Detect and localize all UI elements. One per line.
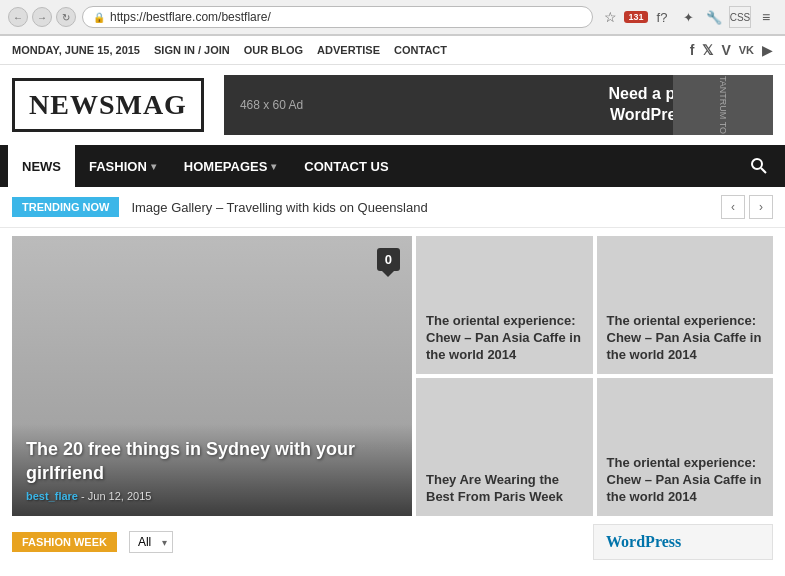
featured-separator: - — [81, 490, 88, 502]
side-card-title-1: The oriental experience: Chew – Pan Asia… — [426, 313, 583, 364]
browser-action-buttons: ☆ 131 f? ✦ 🔧 CSS ≡ — [599, 6, 777, 28]
ssl-icon: 🔒 — [93, 12, 105, 23]
vimeo-icon[interactable]: V — [721, 42, 730, 58]
main-content-grid: 0 The 20 free things in Sydney with your… — [12, 236, 773, 516]
trending-text: Image Gallery – Travelling with kids on … — [131, 200, 709, 215]
top-bar: MONDAY, JUNE 15, 2015 SIGN IN / JOIN OUR… — [0, 36, 785, 65]
content-area: 0 The 20 free things in Sydney with your… — [0, 228, 785, 568]
trending-prev-button[interactable]: ‹ — [721, 195, 745, 219]
filter-container: All ▾ — [129, 531, 173, 553]
side-card-4[interactable]: The oriental experience: Chew – Pan Asia… — [597, 378, 774, 516]
ext-icon-5[interactable]: CSS — [729, 6, 751, 28]
side-card-3[interactable]: They Are Wearing the Best From Paris Wee… — [416, 378, 593, 516]
ad-size-label: 468 x 60 Ad — [240, 98, 303, 112]
bookmark-button[interactable]: ☆ — [599, 6, 621, 28]
wordpress-label: WordPress — [606, 533, 681, 550]
ad-tag: TANTRUM TO — [718, 76, 728, 134]
menu-button[interactable]: ≡ — [755, 6, 777, 28]
ext-icon-1[interactable]: 131 — [625, 6, 647, 28]
ext-icon-3[interactable]: ✦ — [677, 6, 699, 28]
featured-author: best_flare — [26, 490, 78, 502]
nav-arrow-fashion: ▾ — [151, 161, 156, 172]
side-card-title-3: They Are Wearing the Best From Paris Wee… — [426, 472, 583, 506]
logo-text: NEWSMAG — [29, 89, 187, 121]
youtube-icon[interactable]: ▶ — [762, 42, 773, 58]
featured-title: The 20 free things in Sydney with your g… — [26, 438, 398, 485]
nav-label-news: NEWS — [22, 159, 61, 174]
signin-link[interactable]: SIGN IN / JOIN — [154, 44, 230, 56]
twitter-icon[interactable]: 𝕏 — [702, 42, 713, 58]
address-bar[interactable]: 🔒 https://bestflare.com/bestflare/ — [82, 6, 593, 28]
site-header: NEWSMAG 468 x 60 Ad Need a proffesional … — [0, 65, 785, 145]
vk-icon[interactable]: VK — [739, 44, 754, 56]
browser-nav-buttons: ← → ↻ — [8, 7, 76, 27]
blog-link[interactable]: OUR BLOG — [244, 44, 303, 56]
trending-next-button[interactable]: › — [749, 195, 773, 219]
search-button[interactable] — [741, 148, 777, 184]
featured-meta: best_flare - Jun 12, 2015 — [26, 490, 398, 502]
filter-select-wrapper: All ▾ — [129, 531, 173, 553]
facebook-icon[interactable]: f — [690, 42, 695, 58]
bottom-row: FASHION WEEK All ▾ WordPress — [12, 524, 773, 560]
ext-icon-2[interactable]: f? — [651, 6, 673, 28]
nav-arrow-homepages: ▾ — [271, 161, 276, 172]
comment-count-badge: 0 — [377, 248, 400, 271]
trending-badge: TRENDING NOW — [12, 197, 119, 217]
featured-article[interactable]: 0 The 20 free things in Sydney with your… — [12, 236, 412, 516]
featured-date: Jun 12, 2015 — [88, 490, 152, 502]
nav-item-fashion[interactable]: FASHION ▾ — [75, 145, 170, 187]
wordpress-widget: WordPress — [593, 524, 773, 560]
svg-point-0 — [752, 159, 762, 169]
contact-link[interactable]: CONTACT — [394, 44, 447, 56]
browser-window: ← → ↻ 🔒 https://bestflare.com/bestflare/… — [0, 0, 785, 36]
url-text: https://bestflare.com/bestflare/ — [110, 10, 271, 24]
filter-select[interactable]: All — [129, 531, 173, 553]
header-ad-banner[interactable]: 468 x 60 Ad Need a proffesional WordPres… — [224, 75, 773, 135]
featured-article-text: The 20 free things in Sydney with your g… — [12, 424, 412, 516]
date-label: MONDAY, JUNE 15, 2015 — [12, 44, 140, 56]
advertise-link[interactable]: ADVERTISE — [317, 44, 380, 56]
search-icon — [751, 158, 767, 174]
top-bar-left: MONDAY, JUNE 15, 2015 SIGN IN / JOIN OUR… — [12, 44, 447, 56]
nav-label-fashion: FASHION — [89, 159, 147, 174]
side-card-title-2: The oriental experience: Chew – Pan Asia… — [607, 313, 764, 364]
refresh-button[interactable]: ↻ — [56, 7, 76, 27]
site-logo[interactable]: NEWSMAG — [12, 78, 204, 132]
back-button[interactable]: ← — [8, 7, 28, 27]
ad-image: TANTRUM TO — [673, 75, 773, 135]
main-navigation: NEWS FASHION ▾ HOMEPAGES ▾ CONTACT US — [0, 145, 785, 187]
nav-item-news[interactable]: NEWS — [8, 145, 75, 187]
nav-item-contact-us[interactable]: CONTACT US — [290, 145, 402, 187]
trending-navigation: ‹ › — [721, 195, 773, 219]
browser-toolbar: ← → ↻ 🔒 https://bestflare.com/bestflare/… — [0, 0, 785, 35]
side-card-title-4: The oriental experience: Chew – Pan Asia… — [607, 455, 764, 506]
side-card-2[interactable]: The oriental experience: Chew – Pan Asia… — [597, 236, 774, 374]
nav-label-homepages: HOMEPAGES — [184, 159, 268, 174]
forward-button[interactable]: → — [32, 7, 52, 27]
social-links: f 𝕏 V VK ▶ — [690, 42, 773, 58]
trending-bar: TRENDING NOW Image Gallery – Travelling … — [0, 187, 785, 228]
nav-item-homepages[interactable]: HOMEPAGES ▾ — [170, 145, 291, 187]
ext-badge: 131 — [624, 11, 647, 23]
ext-icon-4[interactable]: 🔧 — [703, 6, 725, 28]
nav-label-contact-us: CONTACT US — [304, 159, 388, 174]
fashion-week-badge[interactable]: FASHION WEEK — [12, 532, 117, 552]
side-card-1[interactable]: The oriental experience: Chew – Pan Asia… — [416, 236, 593, 374]
svg-line-1 — [761, 168, 766, 173]
